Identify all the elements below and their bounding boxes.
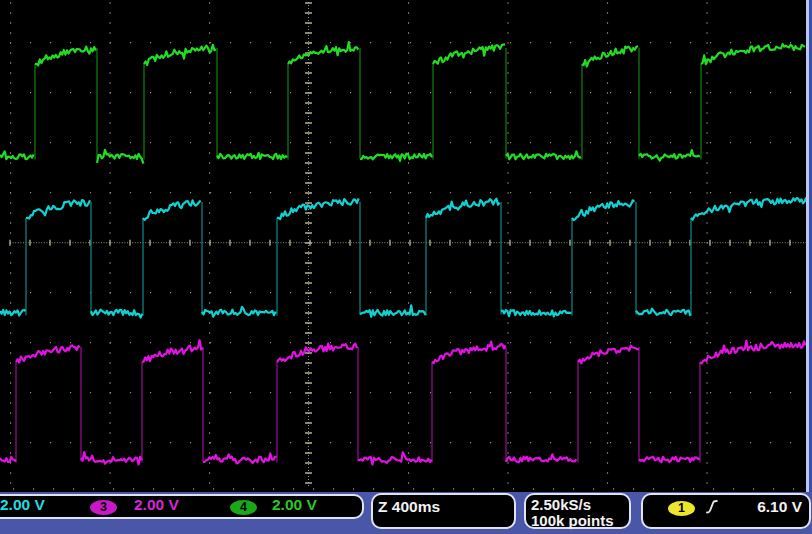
trigger-source-badge: 1 (668, 501, 695, 516)
trace-edges-ch4-green (35, 48, 701, 160)
trace-ch4-green (0, 42, 805, 164)
zoom-timebase-readout: Z 400ms (378, 498, 440, 516)
right-edge-stripe (806, 0, 812, 492)
ch4-scale-readout: 2.00 V (272, 497, 317, 513)
ch3-scale-readout: 2.00 V (134, 497, 179, 513)
ch4-badge: 4 (230, 500, 257, 515)
record-length-readout: 100k points (531, 512, 614, 529)
status-bar: 2.00 V 3 2.00 V 4 2.00 V Z 400ms 2.50kS/… (0, 492, 812, 534)
ch3-badge: 3 (90, 500, 117, 515)
ch2-scale-readout: 2.00 V (0, 497, 45, 513)
graticule-dots (10, 3, 807, 489)
trace-ch2-cyan (0, 198, 806, 318)
trace-edges-ch2-cyan (26, 202, 691, 316)
waveform-display-area (0, 0, 812, 492)
trace-ch3-magenta (0, 340, 806, 464)
trace-edges-ch3-magenta (16, 347, 700, 463)
trigger-level-readout: 6.10 V (718, 498, 802, 516)
rising-edge-trigger-icon (706, 500, 718, 514)
oscilloscope-screen: 2.00 V 3 2.00 V 4 2.00 V Z 400ms 2.50kS/… (0, 0, 812, 534)
sample-rate-readout: 2.50kS/s (531, 496, 591, 513)
